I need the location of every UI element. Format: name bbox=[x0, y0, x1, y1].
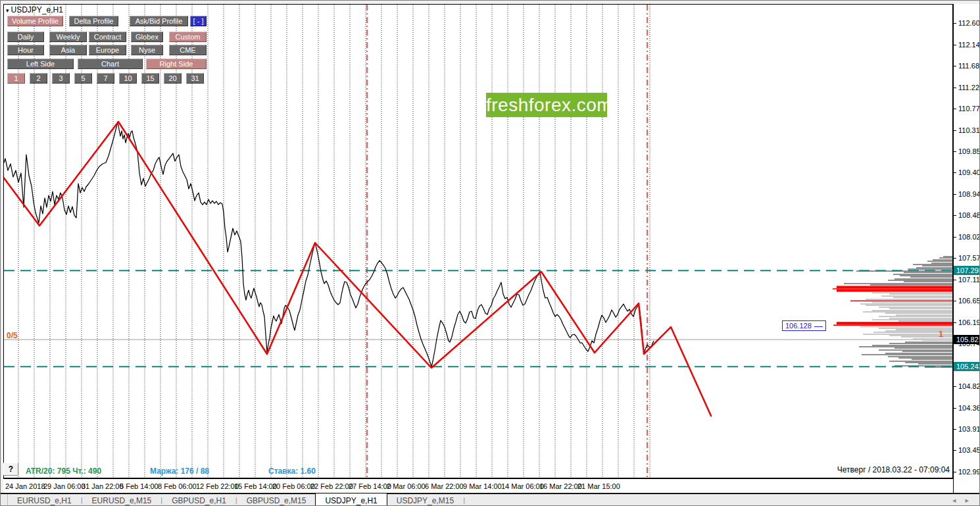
price-level-marker: 106.128 bbox=[782, 320, 826, 331]
chart-dropdown-icon[interactable]: ▾ bbox=[6, 7, 9, 14]
price-axis-tick bbox=[954, 429, 956, 430]
price-axis-tick bbox=[954, 472, 956, 472]
price-axis-tick bbox=[954, 45, 956, 45]
price-axis-label: 104.820 bbox=[958, 382, 980, 390]
button-cme[interactable]: CME bbox=[169, 45, 207, 55]
button-20[interactable]: 20 bbox=[164, 73, 182, 84]
button-10[interactable]: 10 bbox=[119, 73, 137, 84]
button-hour[interactable]: Hour bbox=[7, 45, 44, 55]
chart-tab-bar: EURUSD_e,H1|EURUSD_e,M15|GBPUSD_e,H1|GBP… bbox=[1, 493, 980, 506]
button-right-side[interactable]: Right Side bbox=[146, 59, 207, 69]
button-asia[interactable]: Asia bbox=[49, 45, 87, 55]
button-delta-profile[interactable]: Delta Profile bbox=[69, 16, 118, 26]
status-margin-text: Маржа: 176 / 88 bbox=[150, 467, 209, 476]
price-axis-label: 111.220 bbox=[958, 84, 980, 91]
price-axis-tick bbox=[954, 151, 956, 152]
status-atr-text: ATR/20: 795 Чт.: 490 bbox=[26, 467, 101, 476]
button-3[interactable]: 3 bbox=[52, 73, 70, 84]
time-axis-label: 15 Feb 14:00 bbox=[234, 482, 277, 490]
time-axis-label: 2 Mar 06:00 bbox=[387, 482, 426, 490]
tab-usdjpy-e-h1[interactable]: USDJPY_e,H1 bbox=[315, 493, 387, 506]
broker-watermark: freshforex.com bbox=[486, 93, 607, 117]
price-axis-label: 108.940 bbox=[958, 190, 980, 198]
price-axis-label: 107.570 bbox=[958, 254, 980, 262]
price-axis-tick bbox=[954, 215, 956, 216]
price-axis-tick bbox=[954, 322, 956, 323]
price-axis-tick bbox=[954, 23, 956, 24]
time-axis-label: 14 Mar 06:00 bbox=[501, 482, 544, 490]
price-axis-label: 106.190 bbox=[958, 318, 980, 326]
price-axis-tick bbox=[954, 109, 956, 109]
price-axis-tick bbox=[954, 280, 956, 280]
price-axis-label: 109.850 bbox=[958, 147, 980, 155]
price-axis-label: 111.680 bbox=[958, 62, 980, 70]
button-europe[interactable]: Europe bbox=[89, 45, 126, 55]
price-level-marker-value: 106.128 bbox=[785, 322, 812, 330]
button-7[interactable]: 7 bbox=[97, 73, 114, 84]
tab-eurusd-e-h1[interactable]: EURUSD_e,H1 bbox=[8, 494, 81, 506]
price-axis-tick bbox=[954, 408, 956, 409]
price-axis-tick bbox=[954, 88, 956, 88]
price-axis-label: 107.110 bbox=[958, 276, 980, 284]
button-nyse[interactable]: Nyse bbox=[131, 45, 163, 55]
price-axis-tick bbox=[954, 386, 956, 387]
tab-gbpusd-e-m15[interactable]: GBPUSD_e,M15 bbox=[237, 494, 316, 506]
level-price-badge: 107.298 bbox=[954, 266, 980, 275]
time-scale[interactable]: 24 Jan 201829 Jan 06:0031 Jan 22:005 Feb… bbox=[3, 478, 953, 493]
time-axis-label: 24 Jan 2018 bbox=[5, 482, 45, 490]
tab-usdjpy-e-m15[interactable]: USDJPY_e,M15 bbox=[387, 494, 463, 506]
tab-separator: | bbox=[463, 494, 465, 506]
button-weekly[interactable]: Weekly bbox=[49, 32, 87, 42]
price-axis-label: 103.450 bbox=[958, 446, 980, 454]
button-31[interactable]: 31 bbox=[186, 73, 204, 84]
button-chart[interactable]: Chart bbox=[78, 59, 143, 69]
button-2[interactable]: 2 bbox=[30, 73, 47, 84]
price-axis-label: 110.310 bbox=[958, 126, 980, 134]
price-axis-tick bbox=[954, 258, 956, 259]
time-axis-label: 29 Jan 06:00 bbox=[43, 482, 86, 490]
status-datetime-text: Четверг / 2018.03.22 - 07:09:04 bbox=[820, 465, 950, 474]
time-axis-label: 21 Mar 15:00 bbox=[577, 482, 620, 490]
button-btn[interactable]: [ - ] bbox=[190, 16, 207, 26]
current-price-badge: 105.821 bbox=[954, 335, 980, 344]
price-axis-label: 112.600 bbox=[958, 19, 980, 27]
time-axis-label: 6 Mar 22:00 bbox=[425, 482, 464, 490]
chart-symbol-label: USDJPY_e,H1 bbox=[11, 5, 63, 14]
button-globex[interactable]: Globex bbox=[131, 32, 163, 42]
tab-eurusd-e-m15[interactable]: EURUSD_e,M15 bbox=[83, 494, 161, 506]
button-contract[interactable]: Contract bbox=[89, 32, 126, 42]
price-axis-tick bbox=[954, 66, 956, 66]
price-scale[interactable]: 112.600112.140111.680111.220110.770110.3… bbox=[953, 4, 980, 493]
time-axis-label: 8 Feb 06:00 bbox=[158, 482, 197, 490]
price-axis-label: 102.990 bbox=[958, 468, 980, 476]
zigzag-wave-label: 0/5 bbox=[7, 331, 18, 340]
button-1[interactable]: 1 bbox=[7, 73, 25, 84]
button-daily[interactable]: Daily bbox=[7, 32, 44, 42]
price-axis-label: 104.360 bbox=[958, 404, 980, 412]
price-axis-tick bbox=[954, 172, 956, 173]
button-volume-profile[interactable]: Volume Profile bbox=[7, 16, 63, 26]
level-price-badge: 105.243 bbox=[954, 362, 980, 371]
price-axis-label: 108.480 bbox=[958, 211, 980, 219]
price-axis-tick bbox=[954, 301, 956, 301]
tab-gbpusd-e-h1[interactable]: GBPUSD_e,H1 bbox=[162, 494, 235, 506]
button-15[interactable]: 15 bbox=[141, 73, 159, 84]
help-button[interactable]: ? bbox=[3, 463, 18, 476]
profile-count-label: 1 bbox=[939, 329, 943, 339]
price-axis-label: 108.020 bbox=[958, 233, 980, 241]
button-5[interactable]: 5 bbox=[74, 73, 92, 84]
tab-scroll-arrows[interactable]: ◂▸ bbox=[952, 496, 978, 505]
terminal-window: ▾USDJPY_e,H1 Volume ProfileDelta Profile… bbox=[0, 0, 980, 506]
button-left-side[interactable]: Left Side bbox=[7, 59, 74, 69]
time-axis-label: 12 Feb 22:00 bbox=[196, 482, 239, 490]
button-custom[interactable]: Custom bbox=[169, 32, 207, 42]
price-level-marker-dash bbox=[814, 326, 823, 327]
time-axis-label: 9 Mar 14:00 bbox=[463, 482, 502, 490]
price-axis-label: 109.400 bbox=[958, 168, 980, 176]
button-ask-bid-profile[interactable]: Ask/Bid Profile bbox=[130, 16, 188, 26]
time-axis-label: 20 Feb 06:00 bbox=[272, 482, 315, 490]
price-axis-tick bbox=[954, 237, 956, 238]
chart-symbol-title: ▾USDJPY_e,H1 bbox=[6, 5, 63, 14]
price-axis-label: 110.770 bbox=[958, 105, 980, 113]
price-axis-label: 103.910 bbox=[958, 425, 980, 433]
